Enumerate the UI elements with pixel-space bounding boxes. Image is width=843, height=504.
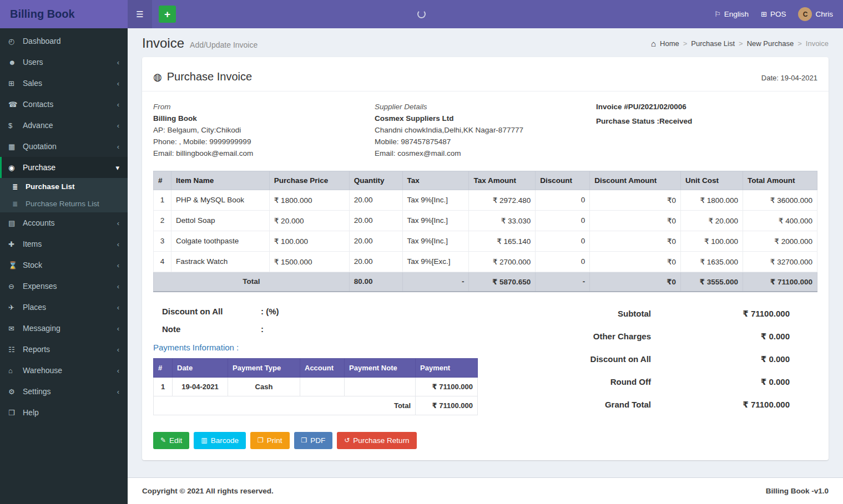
edit-button[interactable]: ✎Edit xyxy=(153,432,189,449)
payment-cell xyxy=(300,377,345,396)
summary-row: Discount on All₹ 0.000 xyxy=(512,354,790,364)
chevron-icon: ▾ xyxy=(115,164,119,172)
sidebar-item-dashboard[interactable]: ◴Dashboard xyxy=(0,30,128,52)
barcode-button[interactable]: ▥Barcode xyxy=(194,432,246,449)
payments-column-header: Payment Note xyxy=(345,358,416,377)
sidebar-item-expenses[interactable]: ⊖Expenses‹ xyxy=(0,276,128,297)
items-table: #Item NamePurchase PriceQuantityTaxTax A… xyxy=(153,171,817,292)
sidebar-item-purchase[interactable]: ◉Purchase▾ xyxy=(0,157,128,178)
item-cell: Tax 9%[Inc.] xyxy=(402,190,469,210)
item-cell: ₹ 20.000 xyxy=(269,210,349,231)
sidebar-item-label: Reports xyxy=(23,345,117,354)
sidebar-item-label: Settings xyxy=(23,387,117,396)
items-column-header: Total Amount xyxy=(743,171,817,190)
button-label: Print xyxy=(267,436,282,445)
language-menu[interactable]: ⚐ English xyxy=(714,10,749,18)
item-cell: ₹ 165.140 xyxy=(469,231,536,251)
pdf-button[interactable]: ❒PDF xyxy=(294,432,333,449)
supplier-name: Cosmex Suppliers Ltd xyxy=(375,113,596,125)
navbar-right: ⚐ English ⊞ POS C Chris xyxy=(714,0,843,28)
breadcrumb-item-purchase-list[interactable]: Purchase List xyxy=(691,39,735,48)
return-icon: ↺ xyxy=(344,436,350,444)
items-table-header-row: #Item NamePurchase PriceQuantityTaxTax A… xyxy=(154,171,817,190)
item-cell: 0 xyxy=(536,210,590,231)
item-cell: Tax 9%[Exc.] xyxy=(402,251,469,272)
item-cell: ₹ 2000.000 xyxy=(743,231,817,251)
sidebar-item-help[interactable]: ❒Help xyxy=(0,402,128,423)
breadcrumb-item-invoice: Invoice xyxy=(806,39,829,48)
item-row: 4Fastrack Watch₹ 1500.00020.00Tax 9%[Exc… xyxy=(154,251,817,272)
sidebar-item-items[interactable]: ✚Items‹ xyxy=(0,233,128,254)
sidebar-item-messaging[interactable]: ✉Messaging‹ xyxy=(0,318,128,339)
add-new-button[interactable]: + xyxy=(159,6,176,23)
purchase-return-button[interactable]: ↺Purchase Return xyxy=(337,432,416,449)
payments-column-header: # xyxy=(154,358,173,377)
items-column-header: Unit Cost xyxy=(681,171,743,190)
purchase-icon: ◉ xyxy=(8,164,23,172)
item-cell: ₹ 32700.000 xyxy=(743,251,817,272)
sidebar-item-purchase-returns-list[interactable]: ≣Purchase Returns List xyxy=(0,195,128,212)
items-total-cell: - xyxy=(402,272,469,292)
sidebar: ◴Dashboard☻Users‹⊞Sales‹☎Contacts‹$Advan… xyxy=(0,28,128,504)
chevron-icon: ‹ xyxy=(117,324,119,333)
sidebar-item-label: Stock xyxy=(23,261,117,269)
summary-value: ₹ 0.000 xyxy=(651,377,790,387)
item-cell: ₹ 100.000 xyxy=(681,231,743,251)
items-total-cell: ₹ 3555.000 xyxy=(681,272,743,292)
payments-table: #DatePayment TypeAccountPayment NotePaym… xyxy=(153,358,478,415)
sidebar-item-sales[interactable]: ⊞Sales‹ xyxy=(0,73,128,94)
sidebar-item-settings[interactable]: ⚙Settings‹ xyxy=(0,381,128,402)
item-cell: 4 xyxy=(154,251,171,272)
sidebar-item-label: Messaging xyxy=(23,324,117,333)
sidebar-item-contacts[interactable]: ☎Contacts‹ xyxy=(0,94,128,115)
item-row: 2Dettol Soap₹ 20.00020.00Tax 9%[Inc.]₹ 3… xyxy=(154,210,817,231)
chevron-icon: ‹ xyxy=(117,121,119,130)
sidebar-item-label: Contacts xyxy=(23,100,117,109)
breadcrumb-item-new-purchase[interactable]: New Purchase xyxy=(747,39,794,48)
user-menu[interactable]: C Chris xyxy=(798,7,833,21)
print-button[interactable]: ❐Print xyxy=(250,432,290,449)
sidebar-item-advance[interactable]: $Advance‹ xyxy=(0,115,128,136)
item-cell: Tax 9%[Inc.] xyxy=(402,210,469,231)
discount-on-all-label: Discount on All xyxy=(162,307,261,316)
sidebar-item-places[interactable]: ✈Places‹ xyxy=(0,297,128,318)
breadcrumb-item-home[interactable]: Home xyxy=(660,39,679,48)
items-column-header: Purchase Price xyxy=(269,171,349,190)
payment-cell: Cash xyxy=(228,377,300,396)
supplier-address: Chandni chowkIndia,Delhi,KK Nagar-877777 xyxy=(375,125,596,136)
sidebar-menu: ◴Dashboard☻Users‹⊞Sales‹☎Contacts‹$Advan… xyxy=(0,30,128,423)
settings-icon: ⚙ xyxy=(8,388,23,396)
items-column-header: Discount Amount xyxy=(590,171,681,190)
pos-button[interactable]: ⊞ POS xyxy=(761,10,786,18)
sidebar-item-purchase-list[interactable]: ≣Purchase List xyxy=(0,178,128,195)
item-cell: 0 xyxy=(536,251,590,272)
sidebar-item-quotation[interactable]: ▦Quotation‹ xyxy=(0,136,128,157)
sidebar-item-users[interactable]: ☻Users‹ xyxy=(0,52,128,73)
chevron-icon: ‹ xyxy=(117,58,119,67)
places-icon: ✈ xyxy=(8,303,23,312)
sidebar-item-accounts[interactable]: ▤Accounts‹ xyxy=(0,212,128,233)
app-logo[interactable]: Billing Book xyxy=(0,0,128,28)
sidebar-item-label: Purchase xyxy=(23,163,115,172)
items-total-cell: 80.00 xyxy=(349,272,402,292)
sidebar-item-reports[interactable]: ☷Reports‹ xyxy=(0,339,128,360)
invoice-meta-block: Invoice #PU/2021/02/0006 Purchase Status… xyxy=(596,101,817,160)
item-cell: 0 xyxy=(536,190,590,210)
sidebar-item-label: Advance xyxy=(23,121,117,130)
chevron-icon: ‹ xyxy=(117,366,119,375)
payments-information-title: Payments Information : xyxy=(153,343,486,352)
item-cell: ₹ 100.000 xyxy=(269,231,349,251)
sidebar-item-stock[interactable]: ⌛Stock‹ xyxy=(0,254,128,276)
summary-row: Grand Total₹ 71100.000 xyxy=(512,400,790,410)
sidebar-item-label: Items xyxy=(23,240,117,248)
summary-value: ₹ 71100.000 xyxy=(651,309,790,319)
sidebar-item-label: Help xyxy=(23,408,119,417)
accounts-icon: ▤ xyxy=(8,219,23,227)
sidebar-toggle-button[interactable]: ☰ xyxy=(128,0,152,28)
item-row: 1PHP & MySQL Book₹ 1800.00020.00Tax 9%[I… xyxy=(154,190,817,210)
summary-label: Grand Total xyxy=(605,400,651,409)
app-logo-text: Billing Book xyxy=(10,8,75,21)
sidebar-item-warehouse[interactable]: ⌂Warehouse‹ xyxy=(0,360,128,381)
globe-icon: ◍ xyxy=(153,71,162,83)
item-cell: ₹0 xyxy=(590,251,681,272)
